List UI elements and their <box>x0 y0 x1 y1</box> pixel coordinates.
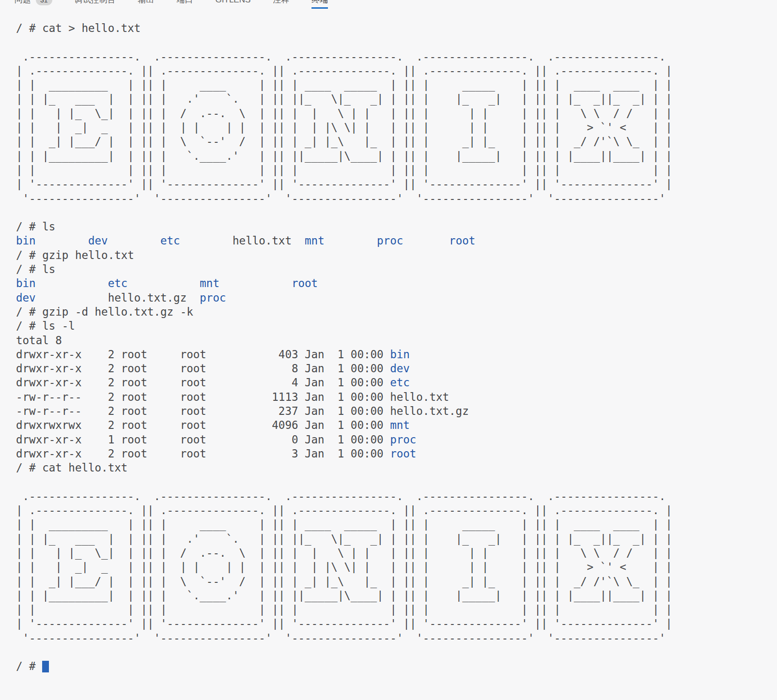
terminal-text: -rw-r--r-- 2 root root 237 Jan 1 00:00 h… <box>16 405 469 417</box>
terminal-text: | .--------------. || .--------------. |… <box>16 64 672 77</box>
terminal-text: drwxr-xr-x 2 root root 403 Jan 1 00:00 <box>16 348 390 361</box>
terminal-text: drwxr-xr-x 2 root root 4 Jan 1 00:00 <box>16 376 390 389</box>
tab-debug-console[interactable]: 调试控制台 <box>75 0 116 9</box>
directory-name: etc <box>160 234 180 247</box>
terminal-line: / # gzip -d hello.txt.gz -k <box>16 305 777 319</box>
terminal-text: | | | || | | || | | || | | || | | | <box>16 603 672 616</box>
terminal-text: drwxr-xr-x 1 root root 0 Jan 1 00:00 <box>16 433 390 446</box>
directory-name: dev <box>88 234 108 247</box>
directory-name: mnt <box>390 419 410 431</box>
terminal-line: | | |_ ___ | | || | .' `. | || ||_ \|_ _… <box>16 532 777 546</box>
terminal-line: / # cat hello.txt <box>16 461 777 475</box>
panel: 问题 31 调试控制台 输出 端口 GITLENS 注释 终端 / # cat … <box>0 0 777 674</box>
terminal-text: drwxrwxrwx 2 root root 4096 Jan 1 00:00 <box>16 419 390 431</box>
terminal-line: .----------------. .----------------. .-… <box>16 489 777 503</box>
terminal-text: | | | _| _ | || | | | | | | || | | |\ \|… <box>16 121 672 134</box>
terminal-line: | | _| |___/ | | || | \ `--' / | || | _|… <box>16 135 777 149</box>
terminal-line: drwxrwxrwx 2 root root 4096 Jan 1 00:00 … <box>16 418 777 432</box>
terminal-text: | | | _| _ | || | | | | | | || | | |\ \|… <box>16 561 672 573</box>
terminal-text: | | |_________| | || | `.____.' | || ||_… <box>16 150 672 162</box>
directory-name: root <box>390 447 416 460</box>
terminal-line: total 8 <box>16 334 777 348</box>
directory-name: root <box>292 277 318 289</box>
terminal-line: | | _________ | || | ____ | || | ____ __… <box>16 517 777 532</box>
terminal-text <box>186 291 200 304</box>
terminal-text: / # cat > hello.txt <box>16 22 140 34</box>
terminal-text: .----------------. .----------------. .-… <box>16 50 672 63</box>
terminal-text: | '--------------' || '--------------' |… <box>16 178 672 190</box>
terminal-line: | | |_________| | || | `.____.' | || ||_… <box>16 149 777 163</box>
terminal-line: / # gzip hello.txt <box>16 248 777 262</box>
directory-name: proc <box>390 433 416 446</box>
terminal-text: .----------------. .----------------. .-… <box>16 490 672 502</box>
directory-name: bin <box>16 234 36 247</box>
tab-ports[interactable]: 端口 <box>177 0 193 9</box>
terminal-line: -rw-r--r-- 2 root root 237 Jan 1 00:00 h… <box>16 404 777 418</box>
terminal-text: | | | |_ \_| | || | / .--. \ | || | | \ … <box>16 107 672 120</box>
tab-problems-label: 问题 <box>15 0 31 5</box>
terminal-line: '----------------' '----------------' '-… <box>16 192 777 206</box>
directory-name: mnt <box>305 234 325 247</box>
terminal-line: / # <box>16 659 777 673</box>
terminal-line: / # ls -l <box>16 319 777 333</box>
directory-name: etc <box>108 277 128 289</box>
terminal-text: / # gzip hello.txt <box>16 249 134 261</box>
terminal-line <box>16 475 777 489</box>
terminal-text: drwxr-xr-x 2 root root 8 Jan 1 00:00 <box>16 362 390 375</box>
tab-comments[interactable]: 注释 <box>273 0 289 9</box>
terminal-line: | '--------------' || '--------------' |… <box>16 177 777 191</box>
tab-terminal[interactable]: 终端 <box>311 0 328 9</box>
terminal-text <box>36 291 108 304</box>
terminal-text <box>127 277 200 289</box>
terminal-line: | | | || | | || | | || | | || | | | <box>16 163 777 177</box>
terminal-line: | '--------------' || '--------------' |… <box>16 617 777 631</box>
tab-problems[interactable]: 问题 31 <box>15 0 52 9</box>
tab-output[interactable]: 输出 <box>138 0 155 9</box>
directory-name: etc <box>390 376 410 389</box>
tab-ports-label: 端口 <box>177 0 193 5</box>
terminal-text: -rw-r--r-- 2 root root 1113 Jan 1 00:00 … <box>16 391 449 403</box>
terminal-text: | | _| |___/ | | || | \ `--' / | || | _|… <box>16 135 672 148</box>
tab-gitlens[interactable]: GITLENS <box>216 0 251 9</box>
terminal-line: drwxr-xr-x 2 root root 403 Jan 1 00:00 b… <box>16 348 777 362</box>
directory-name: proc <box>200 291 226 304</box>
terminal-line: | | | || | | || | | || | | || | | | <box>16 603 777 617</box>
terminal-line: / # ls <box>16 220 777 234</box>
terminal-text <box>403 234 449 247</box>
terminal-cursor <box>42 661 49 672</box>
terminal-text: | | _________ | || | ____ | || | ____ __… <box>16 518 672 531</box>
problems-count-badge: 31 <box>36 0 52 5</box>
terminal-line: | | | _| _ | || | | | | | | || | | |\ \|… <box>16 121 777 135</box>
tab-terminal-label: 终端 <box>311 0 328 5</box>
terminal-line <box>16 35 777 49</box>
terminal-text: / # ls <box>16 263 55 275</box>
terminal-text: | .--------------. || .--------------. |… <box>16 504 672 517</box>
terminal-line: drwxr-xr-x 1 root root 0 Jan 1 00:00 pro… <box>16 433 777 447</box>
terminal-text: / # gzip -d hello.txt.gz -k <box>16 305 193 318</box>
terminal-output[interactable]: / # cat > hello.txt .----------------. .… <box>0 9 777 674</box>
terminal-line <box>16 645 777 659</box>
terminal-line: | .--------------. || .--------------. |… <box>16 503 777 517</box>
tab-comments-label: 注释 <box>273 0 289 5</box>
panel-tab-bar-inner: 问题 31 调试控制台 输出 端口 GITLENS 注释 终端 <box>0 0 777 9</box>
terminal-text: / # <box>16 660 42 672</box>
terminal-text: | | | |_ \_| | || | / .--. \ | || | | \ … <box>16 547 672 559</box>
terminal-text: hello.txt <box>233 234 292 247</box>
terminal-text: hello.txt.gz <box>108 291 187 304</box>
terminal-text: | | |_________| | || | `.____.' | || ||_… <box>16 589 672 602</box>
terminal-text: | | |_ ___ | | || | .' `. | || ||_ \|_ _… <box>16 92 672 105</box>
terminal-line: drwxr-xr-x 2 root root 3 Jan 1 00:00 roo… <box>16 447 777 461</box>
terminal-line <box>16 206 777 220</box>
terminal-line: | | | |_ \_| | || | / .--. \ | || | | \ … <box>16 107 777 121</box>
terminal-text: | | | || | | || | | || | | || | | | <box>16 164 672 176</box>
directory-name: mnt <box>200 277 219 289</box>
terminal-text <box>180 234 233 247</box>
directory-name: dev <box>390 362 410 375</box>
terminal-text <box>36 234 88 247</box>
terminal-text: total 8 <box>16 334 62 347</box>
terminal-line: | | |_________| | || | `.____.' | || ||_… <box>16 589 777 603</box>
terminal-line: / # ls <box>16 262 777 276</box>
directory-name: bin <box>16 277 36 289</box>
terminal-text: | | _| |___/ | | || | \ `--' / | || | _|… <box>16 575 672 588</box>
tab-output-label: 输出 <box>138 0 155 5</box>
